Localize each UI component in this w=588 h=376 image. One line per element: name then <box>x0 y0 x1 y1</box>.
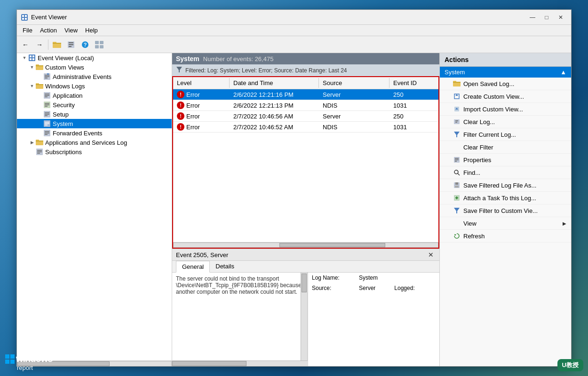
action-find[interactable]: Find... <box>440 166 571 179</box>
minimize-button[interactable]: — <box>526 13 539 22</box>
help-button[interactable]: ? <box>79 38 92 51</box>
log-header: System Number of events: 26,475 <box>172 53 439 64</box>
action-save-filtered-log[interactable]: Save Filtered Log File As... <box>440 179 571 192</box>
svg-rect-3 <box>22 18 24 20</box>
event-cell-level: ! Error <box>173 122 230 132</box>
event-cell-eventid: 250 <box>389 90 427 100</box>
svg-rect-69 <box>454 119 460 124</box>
event-detail-close-button[interactable]: ✕ <box>426 251 436 258</box>
tree-root-label: Event Viewer (Local) <box>38 55 94 62</box>
forward-button[interactable]: → <box>33 38 46 51</box>
window-title: Event Viewer <box>31 14 526 21</box>
action-create-custom-view-label: Create Custom View... <box>463 93 566 100</box>
tree-security[interactable]: Security <box>17 100 172 110</box>
back-button[interactable]: ← <box>19 38 32 51</box>
action-clear-filter-label: Clear Filter <box>463 144 566 151</box>
action-properties[interactable]: Properties <box>440 154 571 166</box>
action-open-saved-log-label: Open Saved Log... <box>463 80 566 87</box>
table-h-scrollbar[interactable] <box>173 243 438 248</box>
tree-windows-logs-icon <box>36 82 43 90</box>
menu-file[interactable]: File <box>19 26 36 35</box>
action-refresh-label: Refresh <box>463 233 566 240</box>
action-attach-task[interactable]: Attach a Task To this Log... <box>440 192 571 204</box>
properties-button[interactable] <box>64 38 78 51</box>
event-detail-title: Event 2505, Server <box>176 251 228 258</box>
action-find-label: Find... <box>463 169 566 176</box>
table-row[interactable]: ! Error 2/7/2022 10:46:52 AM NDIS 1031 <box>173 122 438 133</box>
action-save-filter-to-custom-view-label: Save Filter to Custom Vie... <box>463 207 566 214</box>
svg-rect-1 <box>22 15 24 17</box>
action-save-filter-to-custom-view[interactable]: Save Filter to Custom Vie... <box>440 204 571 217</box>
tree-windows-logs[interactable]: ▼ Windows Logs <box>17 81 172 91</box>
action-attach-task-label: Attach a Task To this Log... <box>463 195 566 202</box>
tree-subscriptions[interactable]: Subscriptions <box>17 147 172 157</box>
menu-view[interactable]: View <box>61 26 81 35</box>
event-cell-datetime: 2/6/2022 12:21:13 PM <box>230 101 319 110</box>
logged-label: Logged: <box>394 285 439 291</box>
tree-setup[interactable]: Setup <box>17 110 172 119</box>
table-row[interactable]: ! Error 2/7/2022 10:46:56 AM Server 250 <box>173 111 438 122</box>
event-cell-level: ! Error <box>173 111 230 121</box>
action-open-saved-log[interactable]: Open Saved Log... <box>440 78 571 90</box>
detail-text-scrollbar[interactable] <box>301 273 307 360</box>
col-header-level[interactable]: Level <box>173 78 230 88</box>
tree-forwarded-events-label: Forwarded Events <box>53 130 103 137</box>
col-header-source[interactable]: Source <box>319 78 389 88</box>
action-import-custom-view[interactable]: Import Custom View... <box>440 103 571 116</box>
menu-help[interactable]: Help <box>81 26 102 35</box>
table-row[interactable]: ! Error 2/6/2022 12:21:13 PM NDIS 1031 <box>173 100 438 111</box>
tree-windows-logs-expand[interactable]: ▼ <box>28 82 36 90</box>
error-icon: ! <box>177 112 184 120</box>
import-custom-view-icon <box>453 105 461 113</box>
detail-bottom-scrollbar[interactable] <box>172 360 308 366</box>
svg-rect-20 <box>32 55 34 57</box>
tree-custom-views-expand[interactable]: ▼ <box>28 63 36 71</box>
action-view[interactable]: View ▶ <box>440 217 571 230</box>
events-table-header: Level Date and Time Source Event ID <box>173 77 438 89</box>
tab-details[interactable]: Details <box>210 261 240 273</box>
tree-admin-events-expand[interactable] <box>36 73 43 80</box>
view-button[interactable] <box>93 38 106 51</box>
tree-app-services-icon <box>36 139 43 146</box>
tree-custom-views-icon <box>36 63 43 71</box>
tab-general[interactable]: General <box>176 261 210 273</box>
tree-app-services-expand[interactable]: ▶ <box>28 139 36 146</box>
svg-marker-85 <box>454 208 460 213</box>
tree-root[interactable]: ▼ Event Viewer (Local) <box>17 53 172 63</box>
action-clear-log[interactable]: Clear Log... <box>440 116 571 128</box>
svg-rect-56 <box>36 141 43 141</box>
tree-system-label: System <box>53 120 73 127</box>
tree-app-services[interactable]: ▶ Applications and Services Log <box>17 138 172 147</box>
maximize-button[interactable]: □ <box>540 13 553 22</box>
event-cell-source: Server <box>319 90 389 100</box>
actions-section-title: System ▲ <box>440 67 571 78</box>
watermark: windows report <box>5 353 52 371</box>
col-header-eventid[interactable]: Event ID <box>389 78 427 88</box>
svg-rect-11 <box>69 46 72 47</box>
windows-logo-icon <box>5 354 15 364</box>
tree-application[interactable]: Application <box>17 91 172 100</box>
open-folder-button[interactable] <box>50 38 64 51</box>
tree-windows-logs-label: Windows Logs <box>45 83 85 90</box>
action-clear-filter[interactable]: Clear Filter <box>440 141 571 154</box>
tree-root-expand[interactable]: ▼ <box>21 54 28 62</box>
menu-action[interactable]: Action <box>36 26 61 35</box>
center-panel: System Number of events: 26,475 Filtered… <box>172 53 439 366</box>
table-h-scrollbar-row <box>173 242 438 248</box>
tree-security-expand <box>36 101 43 109</box>
tree-subscriptions-expand <box>28 148 36 156</box>
tree-admin-events[interactable]: Administrative Events <box>17 72 172 81</box>
source-value: Server <box>359 285 375 291</box>
table-row[interactable]: ! Error 2/6/2022 12:21:16 PM Server 250 <box>173 89 438 100</box>
events-table-body: ! Error 2/6/2022 12:21:16 PM Server 250 … <box>173 89 438 242</box>
tree-custom-views[interactable]: ▼ Custom Views <box>17 63 172 72</box>
action-refresh[interactable]: Refresh <box>440 230 571 243</box>
action-create-custom-view[interactable]: Create Custom View... <box>440 90 571 103</box>
close-button[interactable]: ✕ <box>554 13 567 22</box>
svg-rect-33 <box>36 84 43 85</box>
tree-system[interactable]: System <box>17 119 172 128</box>
col-header-datetime[interactable]: Date and Time <box>230 78 319 88</box>
tree-forwarded-events[interactable]: Forwarded Events <box>17 128 172 138</box>
action-filter-current-log[interactable]: Filter Current Log... <box>440 128 571 141</box>
table-h-scrollbar-thumb <box>279 243 385 247</box>
